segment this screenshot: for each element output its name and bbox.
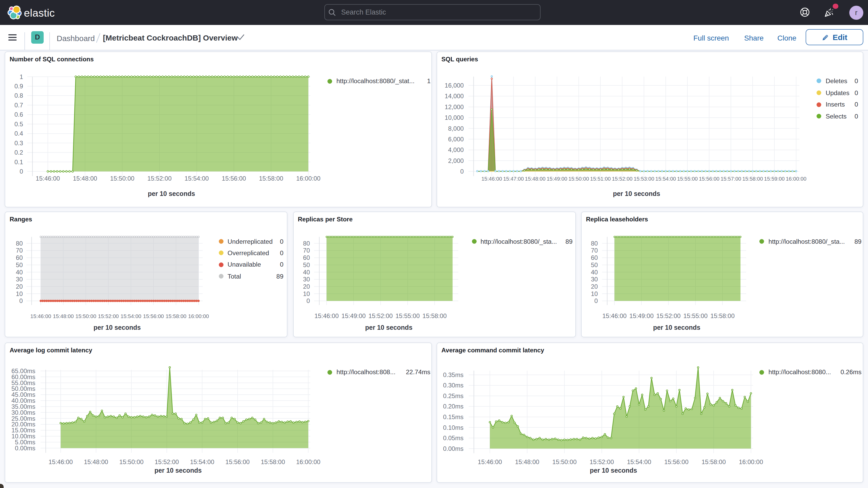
svg-text:15:55:00: 15:55:00 bbox=[683, 312, 707, 319]
svg-text:4,000: 4,000 bbox=[448, 147, 464, 154]
svg-text:60: 60 bbox=[591, 254, 598, 262]
svg-text:6,000: 6,000 bbox=[448, 135, 464, 143]
svg-text:14,000: 14,000 bbox=[445, 93, 464, 100]
svg-text:16:00:00: 16:00:00 bbox=[296, 458, 320, 465]
svg-text:30: 30 bbox=[16, 276, 23, 283]
svg-text:30: 30 bbox=[303, 276, 310, 283]
svg-text:50: 50 bbox=[303, 262, 310, 268]
svg-text:15:53:00: 15:53:00 bbox=[633, 176, 654, 182]
svg-text:12,000: 12,000 bbox=[445, 103, 464, 111]
svg-text:0.05ms: 0.05ms bbox=[443, 434, 463, 441]
svg-text:15:49:00: 15:49:00 bbox=[341, 312, 365, 319]
svg-text:15:52:00: 15:52:00 bbox=[612, 176, 632, 182]
svg-text:50: 50 bbox=[16, 262, 23, 268]
svg-text:15:48:00: 15:48:00 bbox=[53, 313, 73, 319]
svg-text:15:50:00: 15:50:00 bbox=[119, 458, 144, 465]
svg-text:10: 10 bbox=[591, 290, 598, 297]
svg-text:per 10 seconds: per 10 seconds bbox=[154, 467, 202, 474]
svg-text:10,000: 10,000 bbox=[445, 114, 464, 121]
svg-text:0.5: 0.5 bbox=[14, 121, 23, 128]
svg-text:15:46:00: 15:46:00 bbox=[314, 312, 338, 319]
svg-text:2,000: 2,000 bbox=[448, 157, 464, 164]
svg-text:15:58:00: 15:58:00 bbox=[422, 312, 446, 319]
svg-text:8,000: 8,000 bbox=[448, 125, 464, 132]
svg-text:0: 0 bbox=[306, 298, 310, 305]
svg-text:15:54:00: 15:54:00 bbox=[190, 458, 214, 465]
svg-text:80: 80 bbox=[16, 240, 23, 247]
svg-text:15:46:00: 15:46:00 bbox=[49, 458, 73, 465]
svg-text:15:49:00: 15:49:00 bbox=[629, 312, 653, 319]
svg-text:40: 40 bbox=[16, 269, 23, 276]
svg-text:per 10 seconds: per 10 seconds bbox=[94, 324, 141, 331]
svg-text:16:00:00: 16:00:00 bbox=[188, 313, 209, 319]
svg-text:15:50:00: 15:50:00 bbox=[568, 176, 589, 182]
svg-text:15:58:00: 15:58:00 bbox=[261, 458, 285, 465]
svg-text:15:52:00: 15:52:00 bbox=[98, 313, 119, 319]
svg-text:30: 30 bbox=[591, 276, 598, 283]
svg-text:per 10 seconds: per 10 seconds bbox=[148, 190, 195, 197]
svg-text:15:56:00: 15:56:00 bbox=[143, 313, 164, 319]
svg-text:20: 20 bbox=[591, 283, 598, 290]
svg-text:15:48:00: 15:48:00 bbox=[515, 458, 539, 465]
svg-text:per 10 seconds: per 10 seconds bbox=[590, 467, 637, 474]
svg-text:per 10 seconds: per 10 seconds bbox=[653, 324, 701, 331]
svg-text:15:54:00: 15:54:00 bbox=[185, 175, 209, 182]
svg-text:0: 0 bbox=[594, 298, 598, 305]
svg-text:15:52:00: 15:52:00 bbox=[147, 175, 172, 182]
svg-text:70: 70 bbox=[591, 247, 598, 254]
svg-text:0.3: 0.3 bbox=[14, 140, 23, 147]
svg-text:15:52:00: 15:52:00 bbox=[368, 312, 393, 319]
svg-text:1: 1 bbox=[20, 73, 23, 80]
svg-text:15:58:00: 15:58:00 bbox=[742, 176, 763, 182]
svg-text:15:58:00: 15:58:00 bbox=[702, 458, 725, 465]
svg-text:15:55:00: 15:55:00 bbox=[395, 312, 420, 319]
svg-text:70: 70 bbox=[303, 247, 310, 254]
svg-text:15:48:00: 15:48:00 bbox=[525, 176, 545, 182]
svg-text:0.25ms: 0.25ms bbox=[443, 392, 463, 399]
svg-text:16:00:00: 16:00:00 bbox=[739, 458, 763, 465]
svg-text:15:56:00: 15:56:00 bbox=[222, 175, 246, 182]
svg-text:80: 80 bbox=[303, 240, 310, 247]
svg-text:15:50:00: 15:50:00 bbox=[110, 175, 134, 182]
svg-text:15:46:00: 15:46:00 bbox=[36, 175, 60, 182]
svg-text:15:46:00: 15:46:00 bbox=[602, 312, 627, 319]
svg-text:15:46:00: 15:46:00 bbox=[30, 313, 51, 319]
svg-text:15:46:00: 15:46:00 bbox=[481, 176, 502, 182]
svg-text:0.2: 0.2 bbox=[14, 149, 23, 156]
svg-text:15:58:00: 15:58:00 bbox=[259, 175, 283, 182]
svg-text:20: 20 bbox=[303, 283, 310, 290]
svg-text:16:00:00: 16:00:00 bbox=[786, 176, 806, 182]
svg-text:60: 60 bbox=[16, 254, 23, 262]
svg-text:0.10ms: 0.10ms bbox=[443, 424, 463, 431]
svg-text:50: 50 bbox=[591, 262, 598, 268]
svg-text:40: 40 bbox=[303, 269, 310, 276]
svg-text:15:52:00: 15:52:00 bbox=[589, 458, 614, 465]
svg-text:60: 60 bbox=[303, 254, 310, 262]
svg-text:20: 20 bbox=[16, 283, 23, 290]
svg-text:65.00ms: 65.00ms bbox=[11, 367, 35, 374]
svg-text:15:56:00: 15:56:00 bbox=[664, 458, 688, 465]
svg-text:15:52:00: 15:52:00 bbox=[155, 458, 179, 465]
svg-text:15:57:00: 15:57:00 bbox=[720, 176, 741, 182]
svg-text:15:49:00: 15:49:00 bbox=[547, 176, 567, 182]
svg-text:10: 10 bbox=[16, 290, 23, 297]
svg-text:0: 0 bbox=[460, 168, 464, 175]
svg-text:80: 80 bbox=[591, 240, 598, 247]
svg-text:16:00:00: 16:00:00 bbox=[296, 175, 320, 182]
svg-text:0.8: 0.8 bbox=[14, 92, 23, 99]
svg-text:per 10 seconds: per 10 seconds bbox=[365, 324, 412, 331]
svg-text:0: 0 bbox=[20, 168, 23, 175]
svg-text:70: 70 bbox=[16, 247, 23, 254]
svg-text:15:58:00: 15:58:00 bbox=[165, 313, 186, 319]
svg-text:0.35ms: 0.35ms bbox=[443, 371, 463, 378]
svg-text:0.4: 0.4 bbox=[14, 130, 23, 137]
svg-text:15:50:00: 15:50:00 bbox=[552, 458, 577, 465]
svg-text:10: 10 bbox=[303, 290, 310, 297]
svg-text:15:58:00: 15:58:00 bbox=[710, 312, 735, 319]
svg-text:0: 0 bbox=[19, 298, 23, 305]
svg-text:0.9: 0.9 bbox=[14, 83, 23, 90]
svg-text:15:56:00: 15:56:00 bbox=[225, 458, 249, 465]
svg-text:15:52:00: 15:52:00 bbox=[656, 312, 680, 319]
svg-text:0.30ms: 0.30ms bbox=[443, 382, 463, 389]
svg-text:15:54:00: 15:54:00 bbox=[655, 176, 676, 182]
